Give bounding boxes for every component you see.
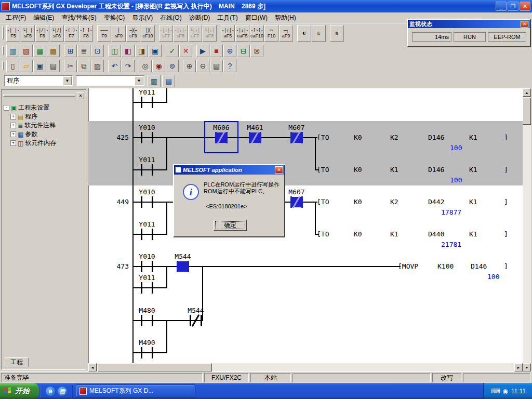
project-data-list-button[interactable]: ▤ bbox=[210, 60, 223, 72]
instruction-operand[interactable]: ] bbox=[504, 262, 508, 270]
instruction-operand[interactable]: K100 bbox=[437, 262, 454, 270]
monitor-write-mode-button[interactable]: ▩ bbox=[47, 45, 60, 57]
tree-item-device-memory[interactable]: +◫软元件内存 bbox=[4, 139, 84, 148]
secondary-combo[interactable]: ▼ bbox=[76, 75, 144, 86]
input-method-icon[interactable]: ⌨ bbox=[491, 388, 500, 394]
find-device-button[interactable]: ⊚ bbox=[166, 60, 179, 72]
horizontal-line-button[interactable]: ───F9 bbox=[97, 25, 111, 42]
alias-display-button[interactable]: ▣ bbox=[149, 45, 162, 57]
scroll-left-icon[interactable]: ◄ bbox=[88, 363, 97, 371]
contact-y010[interactable]: Y010 bbox=[137, 188, 157, 212]
minimize-button[interactable]: _ bbox=[496, 2, 507, 11]
tab-project[interactable]: 工程 bbox=[5, 357, 29, 367]
tree-item-program[interactable]: +▤程序 bbox=[4, 112, 84, 121]
delete-line-button[interactable]: ─┐aF9 bbox=[279, 25, 293, 42]
device-batch-monitor-button[interactable]: ⊟ bbox=[237, 45, 250, 57]
horizontal-scrollbar[interactable]: ◄ ► bbox=[88, 363, 523, 371]
tree-item-parameter[interactable]: +▦参数 bbox=[4, 130, 84, 139]
device-test-button[interactable]: ⊕ bbox=[223, 45, 236, 57]
instruction-operand[interactable]: K1 bbox=[390, 230, 398, 238]
sfc-view-button[interactable]: ⊡ bbox=[91, 45, 104, 57]
panel-grip[interactable] bbox=[3, 95, 75, 97]
instruction-operand[interactable]: K1 bbox=[469, 166, 477, 174]
instruction-operand[interactable]: ] bbox=[504, 134, 508, 141]
menu-item-7[interactable]: 工具(T) bbox=[214, 12, 241, 23]
tree-item-device-comment[interactable]: +≣软元件注释 bbox=[4, 121, 84, 130]
expand-icon[interactable]: + bbox=[10, 123, 16, 128]
monitor-stop-button[interactable]: ■ bbox=[210, 45, 223, 57]
program-check-button[interactable]: ✕ bbox=[179, 45, 192, 57]
instruction-operand[interactable]: D146 bbox=[428, 166, 444, 174]
toolbar-grip[interactable] bbox=[2, 46, 4, 55]
ladder-view-button[interactable]: ⊞ bbox=[64, 45, 77, 57]
contact-y011[interactable]: Y011 bbox=[137, 220, 157, 244]
note-display-button[interactable]: ◨ bbox=[135, 45, 148, 57]
find-button[interactable]: ◎ bbox=[139, 60, 152, 72]
contact-y011[interactable]: Y011 bbox=[137, 156, 157, 180]
instruction-operand[interactable]: [TO bbox=[317, 166, 329, 174]
instruction-operand[interactable]: [TO bbox=[317, 230, 329, 238]
collapse-icon[interactable]: - bbox=[4, 105, 9, 111]
safety-status-icon[interactable]: ◉ bbox=[502, 388, 508, 394]
contact-m607[interactable]: M607 bbox=[286, 188, 307, 212]
program-convert-button[interactable]: ✓ bbox=[166, 45, 179, 57]
vertical-scroll-thumb[interactable] bbox=[523, 98, 531, 125]
comment-display-button[interactable]: ◫ bbox=[108, 45, 121, 57]
instruction-operand[interactable]: [TO bbox=[317, 134, 329, 141]
contact-y011[interactable]: Y011 bbox=[137, 88, 157, 112]
instruction-operand[interactable]: K0 bbox=[354, 134, 362, 141]
expand-icon[interactable]: + bbox=[10, 131, 16, 137]
vertical-line-button[interactable]: │sF9 bbox=[112, 25, 126, 42]
help-button[interactable]: ? bbox=[223, 60, 236, 72]
open-project-button[interactable]: ▱ bbox=[20, 60, 33, 72]
contact-y010[interactable]: Y010 bbox=[137, 124, 157, 148]
instruction-operand[interactable]: K0 bbox=[354, 198, 362, 206]
delete-horizontal-line-button[interactable]: ─╳─cF9 bbox=[126, 25, 140, 42]
rising-pulse-close-button[interactable]: -|↑|-aF5 bbox=[221, 25, 235, 42]
monitor-status-titlebar[interactable]: 监视状态 ✕ bbox=[408, 20, 530, 28]
instruction-operand[interactable]: K2 bbox=[390, 198, 398, 206]
copy-button[interactable]: ⧉ bbox=[77, 60, 90, 72]
dialog-close-icon[interactable]: ✕ bbox=[275, 166, 283, 174]
contact-m480[interactable]: M480 bbox=[137, 307, 157, 330]
instruction-operand[interactable]: D442 bbox=[428, 198, 444, 206]
instruction-operand[interactable]: ] bbox=[504, 198, 508, 206]
instruction-operand[interactable]: K1 bbox=[390, 166, 398, 174]
coil-button[interactable]: -( )-F7 bbox=[64, 25, 78, 42]
instruction-operand[interactable]: [TO bbox=[317, 198, 329, 206]
closed-contact-branch-button[interactable]: └|/|sF6 bbox=[50, 25, 64, 42]
close-button[interactable]: ✕ bbox=[520, 2, 530, 11]
contact-m490[interactable]: M490 bbox=[137, 339, 157, 363]
instruction-list-view-button[interactable]: ≣ bbox=[77, 45, 90, 57]
zoom-in-button[interactable]: ⊕ bbox=[183, 60, 196, 72]
comment-block-button[interactable]: ▥ bbox=[330, 25, 344, 42]
chevron-down-icon[interactable]: ▼ bbox=[63, 76, 72, 85]
instruction-operand[interactable]: D146 bbox=[471, 262, 487, 270]
falling-pulse-close-button[interactable]: -|↓|-caF5 bbox=[235, 25, 249, 42]
vertical-scrollbar[interactable]: ▲ ▼ bbox=[523, 88, 531, 371]
contact-m461[interactable]: M461 bbox=[245, 124, 265, 148]
menu-item-5[interactable]: 在线(O) bbox=[156, 12, 185, 23]
horizontal-line-input-button[interactable]: ▭F10 bbox=[264, 25, 278, 42]
device-list-button[interactable]: ▤ bbox=[162, 75, 175, 87]
instruction-operand[interactable]: K1 bbox=[469, 198, 477, 206]
taskbar-task-gx-developer[interactable]: MELSOFT系列 GX D... bbox=[76, 384, 195, 397]
instruction-operand[interactable]: D146 bbox=[428, 134, 444, 141]
contact-m544[interactable]: M544 bbox=[172, 252, 193, 276]
application-instruction-button[interactable]: -[ ]-F8 bbox=[79, 25, 93, 42]
ladder-block-split-button[interactable]: ◧ bbox=[297, 25, 311, 42]
instruction-operand[interactable]: K1 bbox=[469, 230, 477, 238]
instruction-operand[interactable]: K1 bbox=[469, 134, 477, 141]
scroll-right-icon[interactable]: ► bbox=[514, 363, 523, 371]
program-type-combo[interactable]: 程序 ▼ bbox=[4, 75, 73, 86]
menu-item-2[interactable]: 查找/替换(S) bbox=[58, 12, 100, 23]
instruction-operand[interactable]: K2 bbox=[390, 134, 398, 141]
buffer-memory-monitor-button[interactable]: ⊠ bbox=[250, 45, 263, 57]
close-icon[interactable]: ✕ bbox=[521, 21, 528, 28]
menu-item-9[interactable]: 帮助(H) bbox=[271, 12, 300, 23]
contact-y011[interactable]: Y011 bbox=[137, 274, 157, 298]
internet-explorer-icon[interactable]: e bbox=[46, 387, 55, 396]
chevron-down-icon[interactable]: ▼ bbox=[135, 76, 143, 85]
maximize-button[interactable]: ❐ bbox=[508, 2, 518, 11]
instruction-operand[interactable]: K0 bbox=[354, 230, 362, 238]
